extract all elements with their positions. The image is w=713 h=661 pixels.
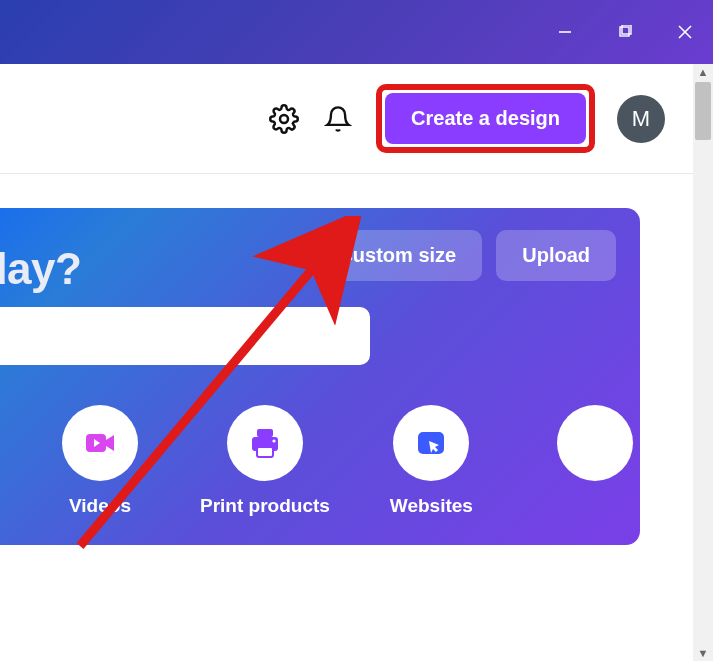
hero-heading: ign today?	[0, 244, 81, 294]
maximize-icon[interactable]	[609, 16, 641, 48]
scroll-up-icon[interactable]: ▲	[693, 66, 713, 78]
close-icon[interactable]	[669, 16, 701, 48]
annotation-highlight: Create a design	[376, 84, 595, 153]
minimize-icon[interactable]	[549, 16, 581, 48]
category-item-videos[interactable]: Videos	[60, 405, 140, 517]
svg-rect-9	[257, 447, 273, 457]
category-row: edia Videos Print products	[0, 405, 616, 517]
category-item[interactable]	[533, 405, 613, 481]
scroll-thumb[interactable]	[695, 82, 711, 140]
avatar[interactable]: M	[617, 95, 665, 143]
category-item-print[interactable]: Print products	[200, 405, 330, 517]
vertical-scrollbar[interactable]: ▲ ▼	[693, 64, 713, 661]
category-label: Videos	[69, 495, 131, 517]
bell-icon[interactable]	[322, 103, 354, 135]
category-icon	[557, 405, 633, 481]
svg-point-5	[280, 115, 288, 123]
window-titlebar	[0, 0, 713, 64]
app-header: Create a design M	[0, 64, 693, 174]
scroll-down-icon[interactable]: ▼	[693, 647, 713, 659]
website-icon	[393, 405, 469, 481]
custom-size-button[interactable]: Custom size	[312, 230, 482, 281]
svg-point-10	[272, 439, 275, 442]
hero-panel: ign today? Custom size Upload edia	[0, 208, 640, 545]
category-label: Websites	[390, 495, 473, 517]
upload-button[interactable]: Upload	[496, 230, 616, 281]
search-input[interactable]	[0, 307, 370, 365]
category-item-websites[interactable]: Websites	[390, 405, 473, 517]
video-icon	[62, 405, 138, 481]
svg-rect-7	[257, 429, 273, 437]
gear-icon[interactable]	[268, 103, 300, 135]
create-design-button[interactable]: Create a design	[385, 93, 586, 144]
category-label: Print products	[200, 495, 330, 517]
print-icon	[227, 405, 303, 481]
